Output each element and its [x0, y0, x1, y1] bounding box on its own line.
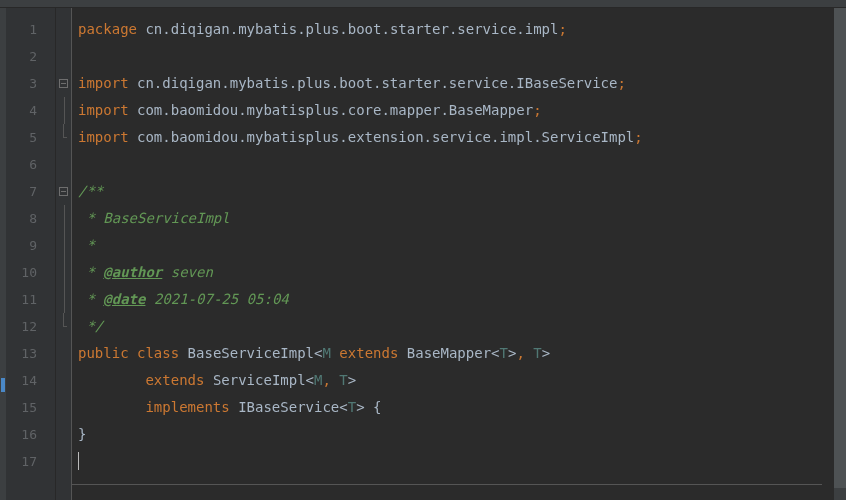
code-line [78, 43, 834, 70]
code-line: * BaseServiceImpl [78, 205, 834, 232]
line-number[interactable]: 2 [6, 43, 55, 70]
line-number[interactable]: 4 [6, 97, 55, 124]
code-line: * @date 2021-07-25 05:04 [78, 286, 834, 313]
line-number[interactable]: 16 [6, 421, 55, 448]
line-number[interactable]: 10 [6, 259, 55, 286]
code-line: package cn.diqigan.mybatis.plus.boot.sta… [78, 16, 834, 43]
line-number[interactable]: 7 [6, 178, 55, 205]
line-marker [1, 378, 5, 392]
code-line: extends ServiceImpl<M, T> [78, 367, 834, 394]
code-line: * @author seven [78, 259, 834, 286]
code-line: import com.baomidou.mybatisplus.core.map… [78, 97, 834, 124]
line-number[interactable]: 6 [6, 151, 55, 178]
line-number[interactable]: 15 [6, 394, 55, 421]
line-number[interactable]: 17 [6, 448, 55, 475]
line-number-gutter[interactable]: 1 2 3 4 5 6 7 8 9 10 11 12 13 14 15 16 1… [6, 8, 56, 500]
code-line: /** [78, 178, 834, 205]
code-line: public class BaseServiceImpl<M extends B… [78, 340, 834, 367]
code-line: import cn.diqigan.mybatis.plus.boot.star… [78, 70, 834, 97]
code-line: import com.baomidou.mybatisplus.extensio… [78, 124, 834, 151]
code-line: implements IBaseService<T> { [78, 394, 834, 421]
fold-collapse-icon[interactable] [59, 79, 68, 88]
fold-gutter [56, 8, 72, 500]
fold-end-icon [59, 133, 68, 142]
text-cursor [78, 452, 79, 470]
line-number[interactable]: 14 [6, 367, 55, 394]
line-number[interactable]: 9 [6, 232, 55, 259]
toolbar [0, 0, 846, 8]
code-line: * [78, 232, 834, 259]
separator-line [72, 484, 822, 485]
scrollbar-thumb[interactable] [834, 8, 846, 488]
line-number[interactable]: 3 [6, 70, 55, 97]
line-number[interactable]: 12 [6, 313, 55, 340]
code-line: */ [78, 313, 834, 340]
line-number[interactable]: 11 [6, 286, 55, 313]
code-editor[interactable]: package cn.diqigan.mybatis.plus.boot.sta… [72, 8, 834, 500]
line-number[interactable]: 5 [6, 124, 55, 151]
vertical-scrollbar[interactable] [834, 8, 846, 500]
line-number[interactable]: 13 [6, 340, 55, 367]
fold-collapse-icon[interactable] [59, 187, 68, 196]
line-number[interactable]: 8 [6, 205, 55, 232]
line-number[interactable]: 1 [6, 16, 55, 43]
code-line [78, 151, 834, 178]
editor-container: 1 2 3 4 5 6 7 8 9 10 11 12 13 14 15 16 1… [0, 8, 846, 500]
code-line: } [78, 421, 834, 448]
fold-end-icon [59, 322, 68, 331]
code-line [78, 448, 834, 475]
